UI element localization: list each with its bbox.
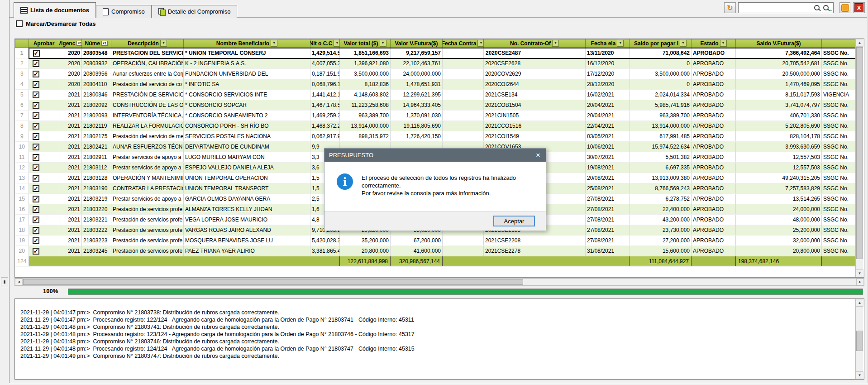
search-next-icon[interactable]: » [823, 5, 829, 10]
row-checkbox[interactable]: ✓ [33, 60, 39, 67]
row-checkbox[interactable]: ✓ [33, 112, 39, 119]
cell-benef: VEGA LOPERA JOSE MAURICIO [184, 215, 310, 225]
grid-horizontal-scrollbar[interactable]: ◄ ► [14, 278, 864, 286]
filter-dropdown-icon[interactable]: ▼ [380, 40, 386, 47]
row-checkbox[interactable]: ✓ [33, 185, 39, 192]
refresh-button[interactable]: ↻ [724, 2, 736, 13]
column-header-vigenc[interactable]: Vigenc▾1 [59, 39, 82, 48]
filter-dropdown-icon[interactable]: ▼ [334, 40, 339, 47]
column-header-no-contrato-of[interactable]: No. Contrato-Of▼ [484, 39, 586, 48]
row-checkbox[interactable]: ✓ [33, 248, 39, 255]
cell-estado: APROBADO [692, 183, 736, 194]
column-header-saldo-v-futura-[interactable]: Saldo V.Futura($) [736, 39, 822, 48]
row-checkbox[interactable]: ✓ [33, 123, 39, 130]
cell-nit: 5,420,028.3 [310, 236, 340, 246]
grid-vertical-scrollbar[interactable]: ▲ ▼ [855, 39, 863, 277]
column-header-fecha-contra[interactable]: Fecha Contra▼ [443, 39, 484, 48]
scroll-up-icon[interactable]: ▲ [856, 299, 863, 307]
row-checkbox[interactable]: ✓ [33, 144, 39, 150]
table-row[interactable]: 2✓202020803932OPERACIÓN, CALIBRACIÓN, MK… [15, 58, 856, 69]
log-lines: 2021-11-29 | 04:01:47 pm:> Compromiso N°… [15, 309, 855, 379]
accept-button[interactable]: Aceptar [493, 216, 535, 226]
tab-lista-de-documentos[interactable]: Lista de documentos [14, 2, 96, 18]
column-header-fecha-ela[interactable]: Fecha ela▼ [586, 39, 630, 48]
table-row[interactable]: 19✓202121803223Prestación de servicios p… [15, 236, 856, 246]
row-checkbox[interactable]: ✓ [33, 102, 39, 109]
console-vertical-scrollbar[interactable]: ▲ ▼ [855, 299, 863, 379]
column-header[interactable] [822, 39, 856, 48]
close-button[interactable]: X [853, 2, 865, 13]
cell-fela: 22/04/2021 [586, 121, 630, 131]
table-row[interactable]: 20✓202121803245Prestación de servicios p… [15, 246, 856, 256]
column-header-valor-total-[interactable]: Valor total ($)▼ [340, 39, 391, 48]
scroll-thumb[interactable] [856, 331, 863, 351]
row-checkbox[interactable]: ✓ [33, 154, 39, 161]
filter-dropdown-icon[interactable]: ▼ [552, 40, 559, 47]
splitter-handle[interactable]: ▮ [1, 277, 8, 287]
column-header-estado[interactable]: Estado▼ [692, 39, 736, 48]
table-row[interactable]: 9✓202121802175Prestación del servicio de… [15, 131, 856, 142]
filter-dropdown-icon[interactable]: ▼ [720, 40, 727, 47]
highlight-button[interactable] [839, 2, 850, 13]
filter-dropdown-icon[interactable]: ▼ [680, 40, 687, 47]
row-checkbox[interactable]: ✓ [33, 133, 39, 140]
tab-detalle-del-compromiso[interactable]: Detalle del Compromiso [152, 5, 238, 18]
column-header-nombre-beneficiario[interactable]: Nombre Beneficiario▼ [184, 39, 310, 48]
row-checkbox[interactable]: ✓ [33, 237, 39, 244]
filter-dropdown-icon[interactable]: ▼ [160, 40, 167, 47]
search-input[interactable] [739, 3, 813, 12]
cell-fela: 03/05/2021 [586, 131, 630, 142]
table-row[interactable]: 6✓202121802092CONSTRUCCIÓN DE LAS OBRA* … [15, 100, 856, 111]
scroll-thumb[interactable] [856, 47, 863, 259]
filter-dropdown-icon[interactable]: ▼ [617, 40, 624, 47]
row-checkbox[interactable]: ✓ [33, 217, 39, 223]
select-all-checkbox[interactable] [16, 20, 23, 27]
row-checkbox[interactable]: ✓ [33, 206, 39, 213]
cell-estado: APROBADO [692, 246, 736, 256]
row-checkbox[interactable]: ✓ [33, 227, 39, 234]
row-checkbox[interactable]: ✓ [33, 91, 39, 98]
dialog-close-icon[interactable]: × [530, 151, 546, 160]
scroll-down-icon[interactable]: ▼ [856, 371, 863, 379]
cell-vfut: 41,600,000 [391, 246, 443, 256]
filter-dropdown-icon[interactable]: ▼ [477, 40, 483, 47]
column-header[interactable] [15, 39, 29, 48]
column-header-nit-o-c-c[interactable]: Nit o C.C▼ [310, 39, 340, 48]
row-checkbox[interactable]: ✓ [33, 196, 39, 202]
cell-saldovf: 20,500,000,000 [736, 69, 822, 79]
table-row[interactable]: 1✓202020803548PRESTACION DEL SERVICIO DE… [15, 48, 856, 58]
approve-cell: ✓ [29, 246, 59, 256]
cell-ncontrato: 2020CSE2628 [484, 58, 586, 69]
scroll-right-icon[interactable]: ► [856, 279, 864, 285]
column-header-aprobar[interactable]: Aprobar [29, 39, 59, 48]
scroll-left-icon[interactable]: ◄ [15, 279, 23, 285]
row-checkbox[interactable]: ✓ [33, 50, 40, 57]
filter-dropdown-icon[interactable]: ▼ [271, 40, 277, 47]
scroll-up-icon[interactable]: ▲ [856, 39, 863, 47]
cell-benef: * CONSORCIO SOPCAR [184, 100, 310, 111]
table-row[interactable]: 8✓202121802119REALIZAR LA FORMULACIÓN DC… [15, 121, 856, 131]
approve-cell: ✓ [29, 79, 59, 90]
table-row[interactable]: 4✓202020804110Prestación del servicio de… [15, 79, 856, 90]
scroll-thumb[interactable] [23, 279, 523, 285]
search-icon[interactable] [814, 5, 820, 10]
row-checkbox[interactable]: ✓ [33, 175, 39, 182]
column-header-descripci-n[interactable]: Descripción▼ [111, 39, 184, 48]
dialog-titlebar[interactable]: PRESUPUESTO × [324, 149, 546, 162]
scroll-down-icon[interactable]: ▼ [856, 270, 863, 277]
log-line: 2021-11-29 | 04:01:47 pm:> Compromiso N°… [20, 309, 855, 316]
tab-compromiso[interactable]: Compromiso [96, 5, 152, 18]
row-checkbox[interactable]: ✓ [33, 81, 39, 88]
cell-benef: * INFOTIC SA [184, 79, 310, 90]
cell-extra: SSGC No. [822, 111, 856, 121]
column-header-saldo-por-pagar-i[interactable]: Saldo por pagar I▼ [630, 39, 692, 48]
column-header-valor-v-futura-[interactable]: Valor V.Futura($) [391, 39, 443, 48]
table-row[interactable]: 7✓202121802093INTERVENTORÍA TÉCNICA, ADM… [15, 111, 856, 121]
cell-vtotal: 13,914,000,000 [340, 121, 391, 131]
table-row[interactable]: 3✓202020803956Aunar esfuerzos entre la C… [15, 69, 856, 79]
column-header-n-me[interactable]: Núme▾1 [82, 39, 111, 48]
row-checkbox[interactable]: ✓ [33, 71, 39, 77]
table-row[interactable]: 5✓202121800346PRESTACIÓN DE SERVICIOS PA… [15, 90, 856, 100]
cell-ncontrato: 2020COV2629 [484, 69, 586, 79]
row-checkbox[interactable]: ✓ [33, 164, 39, 171]
